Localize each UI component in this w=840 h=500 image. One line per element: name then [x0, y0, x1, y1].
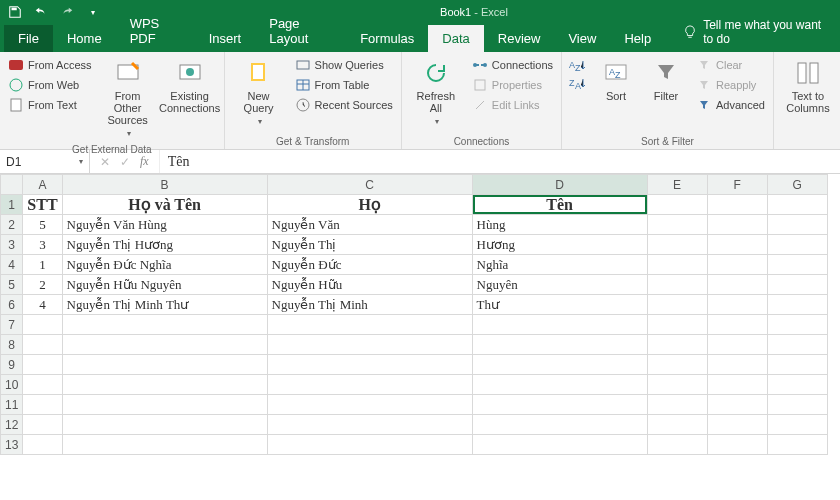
undo-icon[interactable] — [32, 3, 50, 21]
col-header[interactable]: D — [472, 175, 647, 195]
tab-view[interactable]: View — [554, 25, 610, 52]
sort-button[interactable]: AZ Sort — [594, 56, 638, 104]
cell[interactable] — [472, 315, 647, 335]
cell[interactable] — [23, 355, 62, 375]
cell[interactable] — [62, 435, 267, 455]
cell[interactable]: Nguyễn Văn — [267, 215, 472, 235]
from-other-sources-button[interactable]: From Other Sources — [100, 56, 156, 142]
cell[interactable]: Nguyễn Thị Minh Thư — [62, 295, 267, 315]
row-header[interactable]: 2 — [1, 215, 23, 235]
row-header[interactable]: 1 — [1, 195, 23, 215]
cell[interactable]: Hương — [472, 235, 647, 255]
cell[interactable]: Nguyễn Văn Hùng — [62, 215, 267, 235]
sort-asc-button[interactable]: AZ — [568, 56, 588, 74]
tab-page-layout[interactable]: Page Layout — [255, 10, 346, 52]
cell[interactable]: Nguyên — [472, 275, 647, 295]
cell[interactable] — [707, 235, 767, 255]
cell[interactable] — [472, 415, 647, 435]
cell[interactable]: 4 — [23, 295, 62, 315]
cell[interactable] — [23, 315, 62, 335]
cell[interactable] — [767, 275, 827, 295]
cell[interactable] — [267, 415, 472, 435]
cell[interactable] — [62, 315, 267, 335]
from-text-button[interactable]: From Text — [6, 96, 94, 114]
from-table-button[interactable]: From Table — [293, 76, 395, 94]
cell[interactable] — [767, 215, 827, 235]
cell[interactable] — [267, 315, 472, 335]
row-header[interactable]: 8 — [1, 335, 23, 355]
cell[interactable] — [767, 295, 827, 315]
connections-button[interactable]: Connections — [470, 56, 555, 74]
cell[interactable]: Thư — [472, 295, 647, 315]
cell[interactable] — [767, 335, 827, 355]
cell[interactable]: 2 — [23, 275, 62, 295]
cell[interactable] — [267, 435, 472, 455]
tab-formulas[interactable]: Formulas — [346, 25, 428, 52]
row-header[interactable]: 10 — [1, 375, 23, 395]
cell[interactable] — [767, 255, 827, 275]
cell[interactable] — [647, 355, 707, 375]
cell[interactable]: Họ — [267, 195, 472, 215]
cell[interactable] — [647, 235, 707, 255]
cell[interactable] — [707, 415, 767, 435]
tab-review[interactable]: Review — [484, 25, 555, 52]
qat-customize-icon[interactable]: ▾ — [84, 3, 102, 21]
tab-home[interactable]: Home — [53, 25, 116, 52]
col-header[interactable]: C — [267, 175, 472, 195]
cell[interactable]: STT — [23, 195, 62, 215]
cell[interactable] — [23, 435, 62, 455]
tab-insert[interactable]: Insert — [195, 25, 256, 52]
cell[interactable] — [62, 395, 267, 415]
fx-icon[interactable]: fx — [140, 154, 149, 169]
cell[interactable] — [647, 215, 707, 235]
cell[interactable]: Nguyễn Đức — [267, 255, 472, 275]
cell[interactable] — [647, 415, 707, 435]
cell[interactable] — [647, 275, 707, 295]
cell[interactable] — [267, 335, 472, 355]
cell[interactable] — [62, 355, 267, 375]
cell[interactable]: Nguyễn Thị Minh — [267, 295, 472, 315]
cell[interactable] — [472, 355, 647, 375]
cell[interactable] — [62, 375, 267, 395]
row-header[interactable]: 5 — [1, 275, 23, 295]
cell[interactable] — [647, 195, 707, 215]
cell[interactable] — [707, 215, 767, 235]
cell[interactable]: Tên — [472, 195, 647, 215]
select-all-corner[interactable] — [1, 175, 23, 195]
cell[interactable] — [472, 435, 647, 455]
spreadsheet-grid[interactable]: A B C D E F G 1STTHọ và TênHọTên25Nguyễn… — [0, 174, 840, 455]
existing-connections-button[interactable]: Existing Connections — [162, 56, 218, 116]
cell[interactable]: Nguyễn Hữu Nguyên — [62, 275, 267, 295]
cell[interactable] — [647, 335, 707, 355]
tell-me-search[interactable]: Tell me what you want to do — [665, 18, 840, 52]
cell[interactable]: Nguyễn Hữu — [267, 275, 472, 295]
tab-file[interactable]: File — [4, 25, 53, 52]
col-header[interactable]: E — [647, 175, 707, 195]
sort-desc-button[interactable]: ZA — [568, 74, 588, 92]
cell[interactable]: Nguyễn Thị — [267, 235, 472, 255]
col-header[interactable]: A — [23, 175, 62, 195]
cell[interactable] — [767, 355, 827, 375]
cell[interactable] — [62, 335, 267, 355]
col-header[interactable]: B — [62, 175, 267, 195]
row-header[interactable]: 11 — [1, 395, 23, 415]
formula-input[interactable]: Tên — [160, 154, 840, 170]
cell[interactable] — [707, 435, 767, 455]
recent-sources-button[interactable]: Recent Sources — [293, 96, 395, 114]
cell[interactable] — [707, 335, 767, 355]
row-header[interactable]: 12 — [1, 415, 23, 435]
cell[interactable] — [767, 315, 827, 335]
col-header[interactable]: G — [767, 175, 827, 195]
cell[interactable]: Nguyễn Đức Nghĩa — [62, 255, 267, 275]
cell[interactable] — [707, 295, 767, 315]
filter-button[interactable]: Filter — [644, 56, 688, 104]
cell[interactable]: 3 — [23, 235, 62, 255]
cell[interactable] — [62, 415, 267, 435]
cell[interactable] — [707, 395, 767, 415]
cell[interactable] — [767, 375, 827, 395]
cell[interactable]: Nguyễn Thị Hương — [62, 235, 267, 255]
cell[interactable] — [647, 315, 707, 335]
row-header[interactable]: 4 — [1, 255, 23, 275]
cell[interactable] — [472, 375, 647, 395]
cell[interactable] — [647, 255, 707, 275]
